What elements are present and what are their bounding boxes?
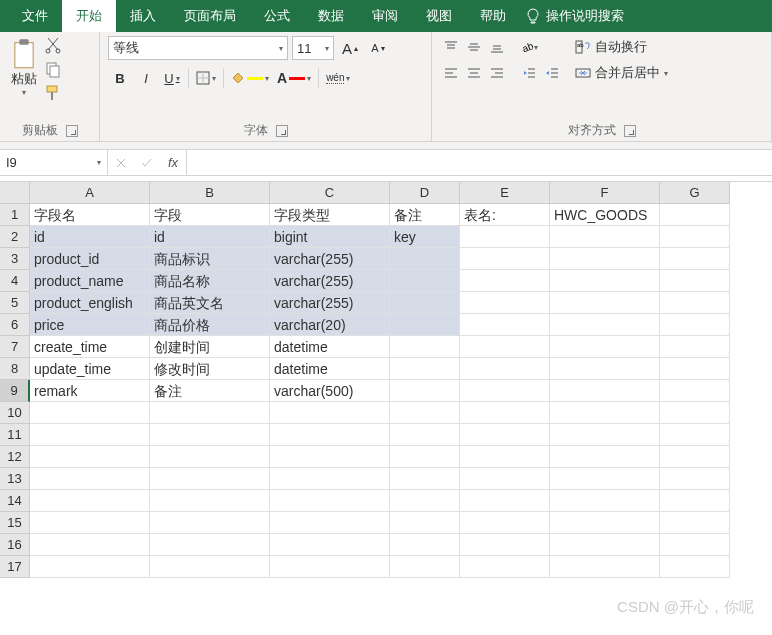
bold-button[interactable]: B (108, 66, 132, 90)
cell[interactable] (390, 358, 460, 380)
format-painter-icon[interactable] (44, 84, 62, 102)
cell[interactable]: remark (30, 380, 150, 402)
row-header[interactable]: 16 (0, 534, 30, 556)
cell[interactable]: product_id (30, 248, 150, 270)
cell[interactable] (390, 270, 460, 292)
increase-indent-button[interactable] (541, 62, 563, 84)
cell[interactable]: datetime (270, 336, 390, 358)
col-header[interactable]: B (150, 182, 270, 204)
paste-button[interactable]: 粘贴 ▾ (8, 36, 40, 102)
cell[interactable]: 商品名称 (150, 270, 270, 292)
underline-button[interactable]: U▾ (160, 66, 184, 90)
row-header[interactable]: 10 (0, 402, 30, 424)
cut-icon[interactable] (44, 36, 62, 54)
cell[interactable] (660, 292, 730, 314)
enter-formula-button[interactable] (134, 150, 160, 175)
align-right-button[interactable] (486, 62, 508, 84)
cell[interactable] (660, 314, 730, 336)
copy-icon[interactable] (44, 60, 62, 78)
cell[interactable]: 字段类型 (270, 204, 390, 226)
tab-insert[interactable]: 插入 (116, 0, 170, 32)
cell[interactable] (460, 402, 550, 424)
cell[interactable]: id (150, 226, 270, 248)
cell[interactable] (460, 248, 550, 270)
cell[interactable] (270, 490, 390, 512)
cell[interactable] (460, 468, 550, 490)
cell[interactable] (30, 402, 150, 424)
cell[interactable] (550, 424, 660, 446)
fill-color-button[interactable]: ▾ (228, 66, 272, 90)
shrink-font-button[interactable]: A▾ (366, 36, 390, 60)
tab-view[interactable]: 视图 (412, 0, 466, 32)
dialog-launcher-icon[interactable] (624, 125, 636, 137)
cell[interactable] (550, 534, 660, 556)
dialog-launcher-icon[interactable] (66, 125, 78, 137)
cell[interactable] (460, 336, 550, 358)
cell[interactable] (390, 402, 460, 424)
cell[interactable] (390, 534, 460, 556)
cell[interactable] (660, 512, 730, 534)
cell[interactable]: HWC_GOODS (550, 204, 660, 226)
select-all-corner[interactable] (0, 182, 30, 204)
align-bottom-button[interactable] (486, 36, 508, 58)
cell[interactable] (460, 424, 550, 446)
cell[interactable] (270, 446, 390, 468)
row-header[interactable]: 6 (0, 314, 30, 336)
cell[interactable] (660, 490, 730, 512)
cell[interactable]: id (30, 226, 150, 248)
cell[interactable] (550, 292, 660, 314)
cell[interactable]: product_english (30, 292, 150, 314)
cancel-formula-button[interactable] (108, 150, 134, 175)
cell[interactable] (30, 446, 150, 468)
cell[interactable] (550, 556, 660, 578)
decrease-indent-button[interactable] (518, 62, 540, 84)
cell[interactable] (150, 468, 270, 490)
borders-button[interactable]: ▾ (193, 66, 219, 90)
row-header[interactable]: 9 (0, 380, 30, 402)
cell[interactable] (550, 446, 660, 468)
row-header[interactable]: 1 (0, 204, 30, 226)
tab-help[interactable]: 帮助 (466, 0, 520, 32)
cell[interactable]: varchar(255) (270, 248, 390, 270)
cell[interactable] (270, 402, 390, 424)
cell[interactable] (150, 446, 270, 468)
align-middle-button[interactable] (463, 36, 485, 58)
cell[interactable] (390, 314, 460, 336)
cell[interactable] (460, 314, 550, 336)
cell[interactable]: bigint (270, 226, 390, 248)
fx-button[interactable]: fx (160, 150, 186, 175)
wrap-text-button[interactable]: ab自动换行 (571, 36, 672, 58)
merge-center-button[interactable]: 合并后居中▾ (571, 62, 672, 84)
cell[interactable] (270, 468, 390, 490)
row-header[interactable]: 13 (0, 468, 30, 490)
cell[interactable]: varchar(255) (270, 270, 390, 292)
font-size-combo[interactable]: 11▾ (292, 36, 334, 60)
col-header[interactable]: G (660, 182, 730, 204)
col-header[interactable]: E (460, 182, 550, 204)
cell[interactable] (390, 424, 460, 446)
align-left-button[interactable] (440, 62, 462, 84)
cell[interactable]: varchar(20) (270, 314, 390, 336)
cell[interactable] (150, 424, 270, 446)
cell[interactable] (460, 226, 550, 248)
cell[interactable]: key (390, 226, 460, 248)
row-header[interactable]: 2 (0, 226, 30, 248)
cell[interactable] (660, 358, 730, 380)
cell[interactable] (460, 380, 550, 402)
font-color-button[interactable]: A▾ (274, 66, 314, 90)
cell[interactable] (390, 556, 460, 578)
row-header[interactable]: 3 (0, 248, 30, 270)
cell[interactable]: 商品英文名 (150, 292, 270, 314)
cell[interactable] (460, 534, 550, 556)
cell[interactable] (550, 402, 660, 424)
tab-home[interactable]: 开始 (62, 0, 116, 32)
cell[interactable] (460, 490, 550, 512)
orientation-button[interactable]: ab▾ (518, 36, 540, 58)
cell[interactable] (660, 226, 730, 248)
cell[interactable]: 创建时间 (150, 336, 270, 358)
cell[interactable] (460, 270, 550, 292)
cell[interactable] (660, 204, 730, 226)
cell[interactable] (550, 314, 660, 336)
cell[interactable] (550, 468, 660, 490)
cell[interactable] (660, 336, 730, 358)
